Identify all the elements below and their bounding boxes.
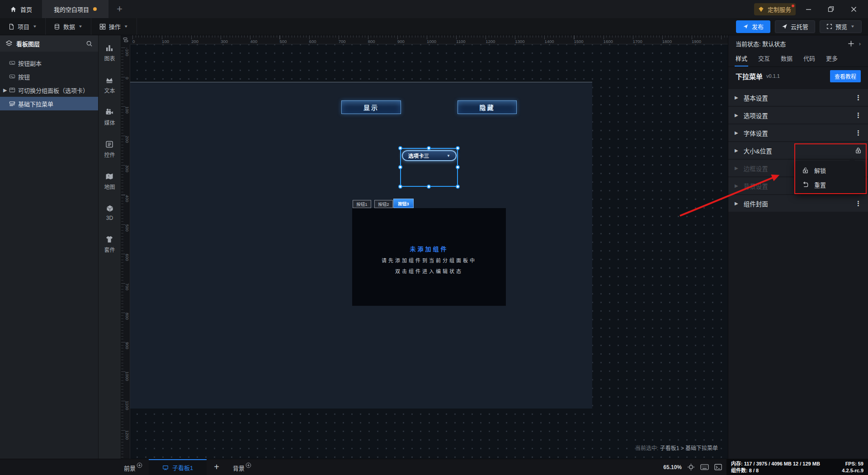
background-group[interactable]: 背景 [233,462,251,472]
caret-right-icon: ▶ [735,166,738,171]
group-panel[interactable]: 未添加组件 请先添加组件到当前分组面板中 双击组件进入编辑状态 [352,208,506,306]
resize-handle-w[interactable] [398,165,402,169]
cloud-host-button[interactable]: 云托管 [775,20,815,33]
reset-icon [802,181,809,188]
layer-item-button-copy[interactable]: 按钮副本 [0,56,98,70]
menu-project[interactable]: 项目 ▼ [0,18,46,35]
new-tab-button[interactable]: + [108,0,131,18]
category-kits[interactable]: 套件 [104,235,115,253]
layer-item-tab-group[interactable]: ▶ 可切换分组面板（选项卡） [0,83,98,97]
unlock-menu-item[interactable]: 解锁 [795,163,864,177]
publish-button[interactable]: 发布 [736,20,770,33]
board-tab-active[interactable]: 子看板1 [149,459,207,475]
layer-item-button[interactable]: 按钮 [0,70,98,83]
search-icon[interactable] [86,40,93,47]
minimize-button[interactable] [798,0,818,18]
section-option-settings[interactable]: ▶ 选项设置 ⋮ [728,107,868,124]
hide-button-component[interactable]: 隐藏 [458,100,517,114]
reset-menu-item[interactable]: 重置 [795,177,864,192]
custom-service-button[interactable]: 定制服务 [754,3,796,15]
resize-handle-sw[interactable] [398,185,402,189]
fit-view-icon[interactable] [687,463,695,471]
tab-data[interactable]: 数据 [781,54,793,66]
layer-item-dropdown[interactable]: 基础下拉菜单 [0,97,98,110]
circled-plus-icon[interactable] [137,462,142,468]
menu-data[interactable]: 数据 ▼ [46,18,91,35]
maximize-button[interactable] [821,0,841,18]
ruler-label: 1400 [544,39,554,44]
app-version: 4.2.5-rc.9 [842,467,863,474]
group-tab-1[interactable]: 按钮1 [353,200,371,208]
kebab-menu-icon[interactable]: ⋮ [855,129,862,136]
caret-right-icon[interactable]: ▶ [3,87,7,93]
tab-interaction[interactable]: 交互 [758,54,770,66]
show-button-component[interactable]: 显示 [341,100,401,114]
kebab-menu-icon[interactable]: ⋮ [855,200,862,207]
caret-right-icon: ▶ [735,130,738,135]
zoom-level[interactable]: 65.10% [663,464,682,470]
tab-more[interactable]: 更多 [826,54,838,66]
ruler-label: 1000 [125,371,130,381]
resize-handle-n[interactable] [427,146,431,150]
menu-action[interactable]: 操作 ▼ [91,18,137,35]
section-basic-settings[interactable]: ▶ 基本设置 ⋮ [728,89,868,106]
resize-handle-s[interactable] [427,185,431,189]
empty-state-title: 未添加组件 [352,244,506,253]
tutorial-button[interactable]: 查看教程 [830,70,861,82]
foreground-group[interactable]: 前景 [124,462,142,472]
layer-item-label: 可切换分组面板（选项卡） [18,86,89,95]
dropdown-component[interactable]: 选项卡三 ▼ [402,150,457,161]
background-label: 背景 [233,464,245,472]
section-font-settings[interactable]: ▶ 字体设置 ⋮ [728,124,868,141]
terminal-icon[interactable] [714,464,722,470]
category-3d[interactable]: 3D [105,204,114,221]
ruler-label: 900 [397,39,405,44]
resize-handle-se[interactable] [456,185,460,189]
horizontal-ruler: 0100200300400500600700800900100011001200… [130,35,728,44]
category-charts[interactable]: 图表 [104,43,115,62]
reset-label: 重置 [814,180,826,189]
resize-handle-e[interactable] [456,165,460,169]
keyboard-shortcuts-icon[interactable] [700,464,709,470]
selection-box[interactable]: 选项卡三 ▼ [400,148,458,187]
group-tab-3[interactable]: 按钮3 [393,199,414,208]
bottombar: 前景 子看板1 + 背景 65.10% [0,459,868,475]
resize-handle-nw[interactable] [398,146,402,150]
dropdown-component-icon [9,100,15,107]
canvas-pane[interactable]: 0100200300400500600700800900100011001200… [121,35,728,459]
chevron-right-icon[interactable]: › [859,40,861,47]
resize-handle-ne[interactable] [456,146,460,150]
project-tab[interactable]: 我的空白项目 [42,0,108,18]
titlebar: 首页 我的空白项目 + 定制服务 [0,0,868,18]
kebab-menu-icon[interactable]: ⋮ [855,112,862,119]
close-button[interactable] [844,0,863,18]
inspector-tabs: 样式 交互 数据 代码 更多 [728,52,868,67]
layers-title: 看板图层 [16,39,40,48]
kebab-menu-icon[interactable]: ⋮ [855,94,862,101]
tab-code[interactable]: 代码 [803,54,815,66]
add-state-icon[interactable] [848,40,854,47]
category-text[interactable]: 文本 [104,76,115,94]
category-media[interactable]: 媒体 [104,108,115,126]
menubar-right: 发布 云托管 预览 ▼ [736,20,868,33]
component-name-row: 下拉菜单 v0.1.1 查看教程 [728,67,868,85]
section-component-cover[interactable]: ▶ 组件封面 ⋮ [728,195,868,212]
category-widgets[interactable]: 控件 [104,140,115,158]
ruler-corner-icon[interactable] [121,35,130,44]
circled-plus-icon[interactable] [245,462,251,468]
section-size-position[interactable]: ▶ 大小&位置 [728,142,868,159]
unsaved-dot [93,7,97,11]
layers-list: 按钮副本 按钮 ▶ 可切换分组面板（选项卡） 基础下拉菜单 [0,52,98,110]
add-board-button[interactable]: + [207,462,226,472]
preview-button[interactable]: 预览 ▼ [820,20,862,33]
category-label: 3D [106,215,113,221]
tab-style[interactable]: 样式 [736,54,747,66]
ruler-label: 400 [250,39,257,44]
ruler-label: 100 [125,106,130,114]
map-icon [105,172,114,181]
home-tab[interactable]: 首页 [0,0,42,18]
lock-icon[interactable] [855,147,862,154]
category-map[interactable]: 地图 [104,172,115,190]
category-label: 文本 [104,86,115,94]
group-tab-2[interactable]: 按钮2 [374,200,393,208]
